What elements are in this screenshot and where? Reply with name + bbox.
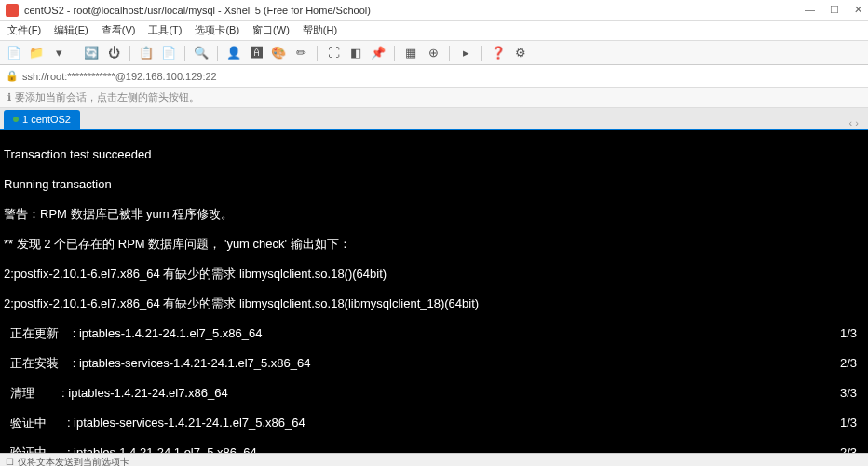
properties-icon[interactable]: 👤	[225, 45, 242, 62]
address-bar: 🔒	[0, 65, 868, 88]
script-icon[interactable]: ▸	[457, 45, 474, 62]
term-line: 正在安装 : iptables-services-1.4.21-24.1.el7…	[4, 356, 864, 371]
term-line: Transaction test succeeded	[4, 147, 864, 162]
separator	[317, 46, 318, 61]
separator	[481, 46, 482, 61]
tab-nav-arrows[interactable]: ‹ ›	[844, 117, 864, 129]
separator	[75, 46, 75, 61]
term-line: 2:postfix-2.10.1-6.el7.x86_64 有缺少的需求 lib…	[4, 267, 864, 281]
tab-session-1[interactable]: 1 centOS2	[4, 110, 80, 129]
close-button[interactable]: ✕	[854, 4, 862, 16]
terminal[interactable]: Transaction test succeeded Running trans…	[0, 130, 868, 453]
always-top-icon[interactable]: 📌	[370, 45, 387, 62]
separator	[394, 46, 395, 61]
paste-icon[interactable]: 📄	[160, 45, 177, 62]
status-text: 仅将文本发送到当前选项卡	[18, 456, 862, 467]
minimize-button[interactable]: —	[805, 4, 815, 16]
status-bar: ☐ 仅将文本发送到当前选项卡	[0, 453, 868, 466]
settings-icon[interactable]: ⚙	[512, 45, 529, 62]
separator	[184, 46, 185, 61]
separator	[217, 46, 218, 61]
font-icon[interactable]: 🅰	[248, 45, 264, 62]
menu-tools[interactable]: 工具(T)	[148, 23, 182, 37]
hint-text: 要添加当前会话，点击左侧的箭头按钮。	[15, 90, 199, 104]
menu-view[interactable]: 查看(V)	[102, 23, 136, 37]
open-icon[interactable]: 📁	[28, 45, 45, 62]
find-icon[interactable]: 🔍	[193, 45, 210, 62]
transparent-icon[interactable]: ◧	[347, 45, 364, 62]
copy-icon[interactable]: 📋	[138, 45, 155, 62]
fullscreen-icon[interactable]: ⛶	[325, 45, 342, 62]
tab-label: 1 centOS2	[22, 114, 71, 125]
new-session-icon[interactable]: 📄	[6, 45, 22, 62]
term-line: 2:postfix-2.10.1-6.el7.x86_64 有缺少的需求 lib…	[4, 296, 864, 311]
address-input[interactable]	[19, 69, 862, 84]
color-icon[interactable]: 🎨	[270, 45, 287, 62]
hint-bar: ℹ 要添加当前会话，点击左侧的箭头按钮。	[0, 88, 868, 108]
term-line: ** 发现 2 个已存在的 RPM 数据库问题， 'yum check' 输出如…	[4, 237, 864, 252]
term-line: 验证中 : iptables-1.4.21-24.1.el7_5.x86_642…	[4, 445, 864, 453]
toolbar: 📄 📁 ▾ 🔄 ⏻ 📋 📄 🔍 👤 🅰 🎨 ✏ ⛶ ◧ 📌 ▦ ⊕ ▸ ❓ ⚙	[0, 41, 868, 65]
tab-bar: 1 centOS2 ‹ ›	[0, 108, 868, 130]
tab-status-dot	[13, 116, 19, 122]
menu-help[interactable]: 帮助(H)	[303, 23, 337, 37]
term-line: 正在更新 : iptables-1.4.21-24.1.el7_5.x86_64…	[4, 326, 864, 341]
highlight-icon[interactable]: ✏	[292, 45, 309, 62]
info-icon: ℹ	[7, 91, 11, 103]
window-title: centOS2 - root@localhost:/usr/local/mysq…	[24, 5, 805, 16]
term-line: 清理 : iptables-1.4.21-24.el7.x86_643/3	[4, 386, 864, 401]
menu-bar: 文件(F) 编辑(E) 查看(V) 工具(T) 选项卡(B) 窗口(W) 帮助(…	[0, 21, 868, 41]
menu-window[interactable]: 窗口(W)	[252, 23, 290, 37]
term-line: 验证中 : iptables-services-1.4.21-24.1.el7_…	[4, 416, 864, 431]
reconnect-icon[interactable]: 🔄	[83, 45, 100, 62]
view-icon[interactable]: ▦	[402, 45, 419, 62]
term-line: 警告：RPM 数据库已被非 yum 程序修改。	[4, 207, 864, 222]
term-line: Running transaction	[4, 177, 864, 192]
app-icon	[6, 4, 19, 17]
add-icon[interactable]: ⊕	[425, 45, 441, 62]
disconnect-icon[interactable]: ⏻	[105, 45, 122, 62]
menu-file[interactable]: 文件(F)	[7, 23, 41, 37]
separator	[449, 46, 450, 61]
help-icon[interactable]: ❓	[490, 45, 507, 62]
menu-edit[interactable]: 编辑(E)	[54, 23, 88, 37]
separator	[129, 46, 130, 61]
maximize-button[interactable]: ☐	[830, 4, 839, 16]
lock-icon: 🔒	[6, 70, 19, 82]
dropdown-icon[interactable]: ▾	[50, 45, 67, 62]
title-bar: centOS2 - root@localhost:/usr/local/mysq…	[0, 0, 868, 21]
menu-tabs[interactable]: 选项卡(B)	[195, 23, 239, 37]
window-controls: — ☐ ✕	[805, 4, 862, 16]
